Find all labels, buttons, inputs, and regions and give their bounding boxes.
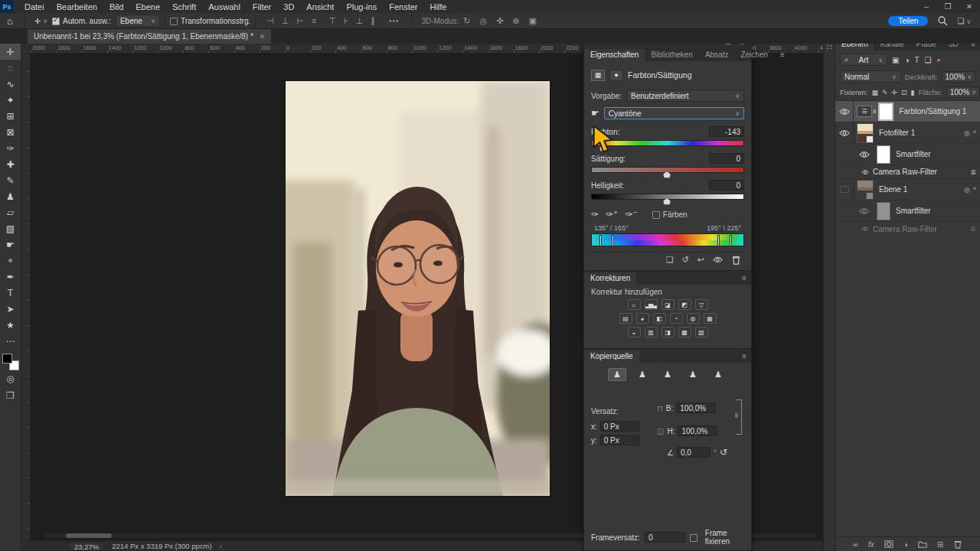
lasso-tool[interactable]: ∿ (0, 76, 21, 92)
auto-select-dropdown[interactable]: Ebene ∨ (116, 15, 160, 27)
range-handle[interactable] (717, 235, 720, 246)
path-selection-tool[interactable]: ➤ (0, 301, 21, 317)
frame-offset-field[interactable]: 0 (645, 532, 685, 543)
panel-menu-icon[interactable]: ≡ (736, 350, 751, 363)
menu-item-5[interactable]: Auswahl (202, 2, 247, 12)
panel-menu-icon[interactable]: ≡ (774, 49, 789, 61)
distribute-h-icon[interactable]: ∥ (371, 16, 375, 26)
lightness-slider[interactable] (591, 194, 744, 200)
height-field[interactable]: 100,0% (678, 425, 717, 436)
layer-filter-dropdown[interactable]: ⌕ Art ∨ (840, 54, 887, 66)
lock-transparent-icon[interactable]: ▦ (871, 89, 878, 96)
tab-bibliotheken[interactable]: Bibliotheken (645, 49, 698, 61)
visibility-eye-icon[interactable] (713, 255, 723, 265)
layer-row-fotofilter[interactable]: Fotofilter 1 ◎ ^ (835, 122, 980, 144)
more-options-icon[interactable]: ••• (389, 17, 400, 25)
layer-row-ebene1[interactable]: Ebene 1 ◎ ^ (835, 179, 980, 201)
reset-adjustment-icon[interactable]: ↩ (697, 255, 704, 265)
current-tool-badge[interactable]: ✛ ∨ (30, 17, 52, 25)
filter-type-icon[interactable]: T (915, 56, 920, 64)
colorize-option[interactable]: Färben (652, 210, 688, 219)
document-image[interactable] (286, 81, 550, 496)
menu-item-9[interactable]: Plug-ins (340, 2, 383, 12)
layer-thumbnail[interactable] (857, 180, 874, 200)
smart-filter-mask-thumbnail[interactable] (877, 202, 890, 220)
menu-item-8[interactable]: Ansicht (300, 2, 340, 12)
visibility-eye-icon[interactable] (839, 128, 850, 139)
3d-drag-icon[interactable]: ✜ (496, 16, 503, 26)
align-justify-icon[interactable]: ≡ (312, 16, 316, 26)
clone-source-1[interactable]: ♟ (608, 368, 626, 381)
move-tool[interactable]: ✛ (0, 44, 21, 60)
foreground-color-swatch[interactable] (2, 354, 12, 364)
levels-icon[interactable]: ▂▅▃ (645, 299, 658, 310)
tab-zeichen[interactable]: Zeichen (734, 49, 774, 61)
brush-tool[interactable]: ✎ (0, 172, 21, 188)
saturation-slider-thumb[interactable] (663, 171, 671, 178)
eyedropper-add-icon[interactable]: ✑⁺ (606, 209, 618, 220)
menu-item-1[interactable]: Bearbeiten (51, 2, 103, 12)
gradient-tool[interactable]: ▧ (0, 220, 21, 236)
selective-color-icon[interactable]: ▩ (678, 327, 691, 337)
3d-roll-icon[interactable]: ◎ (480, 16, 488, 26)
tab-korrekturen[interactable]: Korrekturen (584, 272, 636, 285)
channel-dropdown[interactable]: Cyantöne ∨ (604, 107, 744, 119)
offset-x-field[interactable]: 0 Px (600, 421, 640, 432)
delete-trash-icon[interactable] (731, 255, 741, 265)
tab-kopierquelle[interactable]: Kopierquelle (584, 350, 639, 363)
healing-brush-tool[interactable]: ✚ (0, 156, 21, 172)
menu-item-11[interactable]: Hilfe (423, 2, 452, 12)
eyedropper-tool[interactable]: ✑ (0, 140, 21, 156)
eyedropper-subtract-icon[interactable]: ✑⁻ (625, 209, 637, 220)
distribute-top-icon[interactable]: ⊤ (328, 16, 336, 26)
frame-tool[interactable]: ⊠ (0, 124, 21, 140)
smudge-tool[interactable]: ☛ (0, 236, 21, 253)
vibrance-icon[interactable]: ▽ (695, 299, 708, 310)
visibility-eye-icon[interactable] (859, 149, 870, 160)
masks-icon[interactable]: ▦ (591, 70, 605, 81)
menu-item-7[interactable]: 3D (277, 2, 300, 12)
layer-name[interactable]: Fotofilter 1 (879, 129, 915, 137)
close-button[interactable]: ✕ (959, 2, 980, 11)
hue-value-field[interactable]: -143 (709, 126, 744, 137)
hue-saturation-icon[interactable]: ▤ (619, 313, 632, 324)
color-lookup-icon[interactable]: ▦ (704, 313, 717, 324)
crop-tool[interactable]: ⊞ (0, 108, 21, 124)
edit-toolbar[interactable]: ⋯ (0, 333, 21, 349)
lightness-slider-thumb[interactable] (663, 198, 671, 205)
status-chevron-icon[interactable]: › (220, 542, 222, 550)
distribute-vcenter-icon[interactable]: ⊦ (344, 16, 348, 26)
document-tab[interactable]: Unbenannt-1 bei 23,3% (Farbton/Sättigung… (28, 29, 271, 44)
range-handle[interactable] (599, 235, 602, 246)
smart-filter-badge-icon[interactable]: ◎ (964, 186, 970, 194)
layer-name[interactable]: Ebene 1 (879, 185, 907, 194)
clip-to-layer-icon[interactable]: ❏ (666, 255, 674, 265)
workspace-switcher[interactable]: ❏ ∨ (957, 17, 971, 25)
filter-shape-icon[interactable]: ❏ (925, 56, 932, 64)
angle-field[interactable]: 0,0 (677, 447, 710, 458)
custom-shape-tool[interactable]: ★ (0, 317, 21, 333)
zoom-level-field[interactable]: 23,27% (69, 542, 104, 551)
visibility-eye-icon[interactable] (861, 168, 869, 176)
menu-item-4[interactable]: Schrift (166, 2, 202, 12)
lock-position-icon[interactable]: ✛ (892, 89, 898, 96)
lock-frame-checkbox[interactable] (690, 534, 697, 542)
share-button[interactable]: Teilen (888, 16, 928, 26)
quick-selection-tool[interactable]: ✦ (0, 92, 21, 108)
transform-controls-checkbox[interactable] (170, 18, 178, 25)
collapsed-panel-icon[interactable]: ∷ (824, 43, 835, 51)
marquee-tool[interactable]: ◌ (0, 60, 21, 76)
panel-menu-icon[interactable]: ≡ (736, 272, 751, 285)
offset-y-field[interactable]: 0 Px (600, 435, 640, 445)
3d-slide-icon[interactable]: ⊕ (512, 16, 519, 26)
smart-filter-row[interactable]: Smartfilter (835, 201, 980, 222)
smart-filter-badge-icon[interactable]: ◎ (964, 129, 970, 137)
lightness-value-field[interactable]: 0 (709, 180, 744, 191)
on-image-adjustment-icon[interactable]: ☛ (591, 108, 599, 119)
width-field[interactable]: 100,0% (676, 403, 716, 413)
quick-mask-button[interactable]: ◎ (0, 370, 21, 387)
add-adjustment-icon[interactable]: ◑ (903, 540, 908, 549)
gradient-map-icon[interactable]: ▧ (695, 327, 708, 337)
menu-item-3[interactable]: Ebene (129, 2, 166, 12)
threshold-icon[interactable]: ◨ (662, 327, 675, 337)
